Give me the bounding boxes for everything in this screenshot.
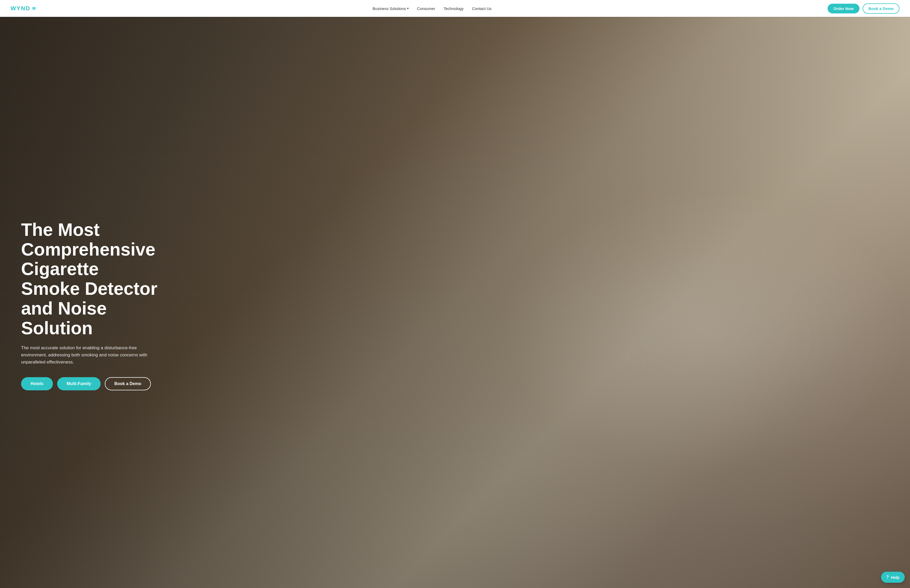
nav-link-business-solutions[interactable]: Business Solutions	[373, 6, 409, 11]
hero-title: The Most Comprehensive Cigarette Smoke D…	[21, 220, 158, 338]
help-label: Help	[891, 575, 899, 580]
book-demo-nav-button[interactable]: Book a Demo	[863, 3, 899, 14]
hero-section: The Most Comprehensive Cigarette Smoke D…	[0, 17, 910, 588]
hero-buttons: Hotels Multi-Family Book a Demo	[21, 377, 158, 390]
book-demo-hero-button[interactable]: Book a Demo	[105, 377, 150, 390]
multifamily-button[interactable]: Multi-Family	[57, 377, 100, 390]
nav-link-contact-us[interactable]: Contact Us	[472, 6, 491, 11]
nav-link-technology[interactable]: Technology	[444, 6, 464, 11]
hotels-button[interactable]: Hotels	[21, 377, 53, 390]
order-now-button[interactable]: Order Now	[828, 4, 860, 13]
nav-links: Business Solutions Consumer Technology C…	[373, 6, 491, 11]
logo[interactable]: WYND ≋	[11, 5, 36, 12]
nav-link-consumer[interactable]: Consumer	[417, 6, 435, 11]
hero-subtitle: The most accurate solution for enabling …	[21, 344, 153, 366]
help-icon: ?	[886, 575, 889, 580]
help-button[interactable]: ? Help	[881, 572, 905, 583]
logo-waves: ≋	[32, 5, 36, 11]
navbar: WYND ≋ Business Solutions Consumer Techn…	[0, 0, 910, 17]
logo-text: WYND	[11, 5, 30, 12]
hero-content: The Most Comprehensive Cigarette Smoke D…	[0, 17, 179, 588]
nav-buttons: Order Now Book a Demo	[828, 3, 899, 14]
